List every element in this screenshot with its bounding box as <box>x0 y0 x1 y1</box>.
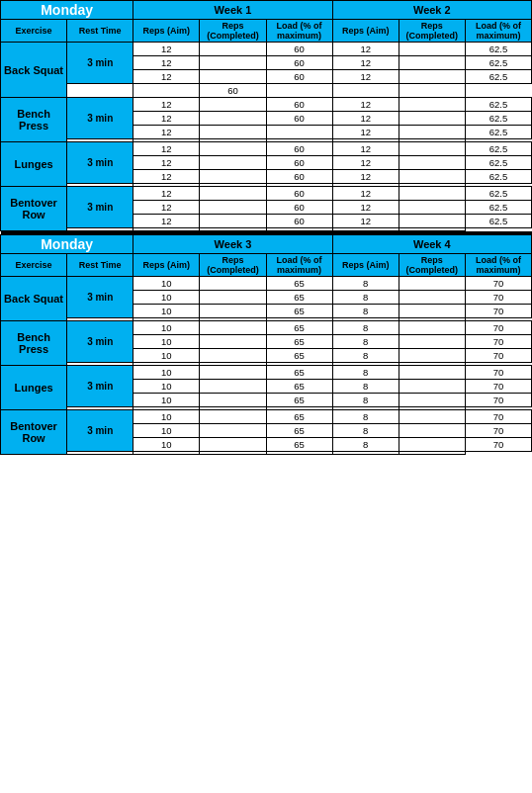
data-cell <box>399 277 465 291</box>
rest-bentover-row-1: 3 min <box>67 187 133 228</box>
week2-header: Week 2 <box>332 1 531 20</box>
data-cell: 62.5 <box>465 126 531 139</box>
data-cell: 12 <box>133 156 200 170</box>
data-cell: 60 <box>266 187 332 201</box>
day-header-1: Monday <box>1 1 133 20</box>
data-cell <box>399 201 465 215</box>
data-cell <box>399 335 465 349</box>
data-cell: 10 <box>133 394 200 407</box>
data-cell <box>399 394 465 407</box>
data-cell: 12 <box>332 43 399 56</box>
data-cell <box>200 201 266 215</box>
data-cell <box>332 452 399 455</box>
data-cell <box>200 187 266 201</box>
data-cell: 12 <box>133 215 200 228</box>
data-cell: 12 <box>332 126 399 139</box>
data-cell: 62.5 <box>465 170 531 184</box>
data-cell <box>200 410 266 424</box>
data-cell: 70 <box>465 335 531 349</box>
data-cell: 65 <box>266 438 332 452</box>
data-cell: 12 <box>133 170 200 184</box>
exercise-bentover-row-1: Bentover Row <box>1 187 67 231</box>
data-cell: 10 <box>133 380 200 394</box>
data-cell: 70 <box>465 321 531 335</box>
data-cell <box>200 56 266 70</box>
data-cell: 10 <box>133 335 200 349</box>
data-cell <box>399 112 465 126</box>
data-cell <box>399 170 465 184</box>
exercise-lunges-1: Lunges <box>1 142 67 187</box>
data-cell: 65 <box>266 366 332 380</box>
data-cell: 12 <box>332 70 399 84</box>
col-exercise: Exercise <box>1 20 67 43</box>
data-cell: 8 <box>332 277 399 291</box>
data-cell <box>200 452 266 455</box>
rest-bentover-row-2: 3 min <box>67 410 133 452</box>
data-cell: 8 <box>332 380 399 394</box>
data-cell: 60 <box>200 84 266 98</box>
data-cell <box>399 321 465 335</box>
exercise-bench-press-1: Bench Press <box>1 98 67 142</box>
workout-table: Monday Week 1 Week 2 Exercise Rest Time … <box>0 0 532 455</box>
data-cell: 70 <box>465 438 531 452</box>
data-cell: 8 <box>332 335 399 349</box>
data-cell: 60 <box>266 112 332 126</box>
exercise-back-squat-1: Back Squat <box>1 43 67 98</box>
data-cell: 65 <box>266 335 332 349</box>
data-cell: 8 <box>332 410 399 424</box>
data-cell: 12 <box>332 187 399 201</box>
data-cell: 62.5 <box>465 201 531 215</box>
data-cell <box>200 349 266 363</box>
data-cell: 12 <box>332 156 399 170</box>
data-cell <box>399 156 465 170</box>
data-cell: 65 <box>266 305 332 318</box>
data-cell <box>399 424 465 438</box>
data-cell <box>200 438 266 452</box>
data-cell: 70 <box>465 349 531 363</box>
data-cell <box>399 380 465 394</box>
data-cell <box>200 277 266 291</box>
data-cell <box>266 126 332 139</box>
data-cell <box>133 84 200 98</box>
data-cell: 10 <box>133 349 200 363</box>
data-cell <box>67 452 133 455</box>
data-cell <box>399 366 465 380</box>
data-cell <box>399 187 465 201</box>
data-cell: 65 <box>266 321 332 335</box>
data-cell: 62.5 <box>465 142 531 156</box>
data-cell: 8 <box>332 366 399 380</box>
data-cell: 60 <box>266 43 332 56</box>
data-cell <box>399 70 465 84</box>
data-cell: 10 <box>133 424 200 438</box>
col-reps-aim-w2: Reps (Aim) <box>332 20 399 43</box>
week3-header: Week 3 <box>133 235 332 254</box>
data-cell <box>200 70 266 84</box>
col-load-w3: Load (% of maximum) <box>266 254 332 277</box>
data-cell: 12 <box>133 112 200 126</box>
exercise-bench-press-2: Bench Press <box>1 321 67 366</box>
data-cell: 8 <box>332 424 399 438</box>
data-cell: 70 <box>465 305 531 318</box>
data-cell <box>200 43 266 56</box>
data-cell <box>200 98 266 112</box>
col-exercise-2: Exercise <box>1 254 67 277</box>
data-cell: 12 <box>332 98 399 112</box>
rest-back-squat-1: 3 min <box>67 43 133 84</box>
data-cell: 8 <box>332 291 399 305</box>
data-cell <box>200 126 266 139</box>
data-cell <box>399 215 465 228</box>
data-cell <box>332 84 399 98</box>
data-cell: 12 <box>133 142 200 156</box>
data-cell <box>200 305 266 318</box>
data-cell <box>399 142 465 156</box>
data-cell <box>200 335 266 349</box>
rest-lunges-2: 3 min <box>67 366 133 407</box>
data-cell: 70 <box>465 277 531 291</box>
exercise-bentover-row-2: Bentover Row <box>1 410 67 455</box>
data-cell: 70 <box>465 366 531 380</box>
data-cell: 8 <box>332 321 399 335</box>
data-cell <box>200 321 266 335</box>
data-cell: 65 <box>266 277 332 291</box>
data-cell: 10 <box>133 366 200 380</box>
data-cell: 65 <box>266 291 332 305</box>
